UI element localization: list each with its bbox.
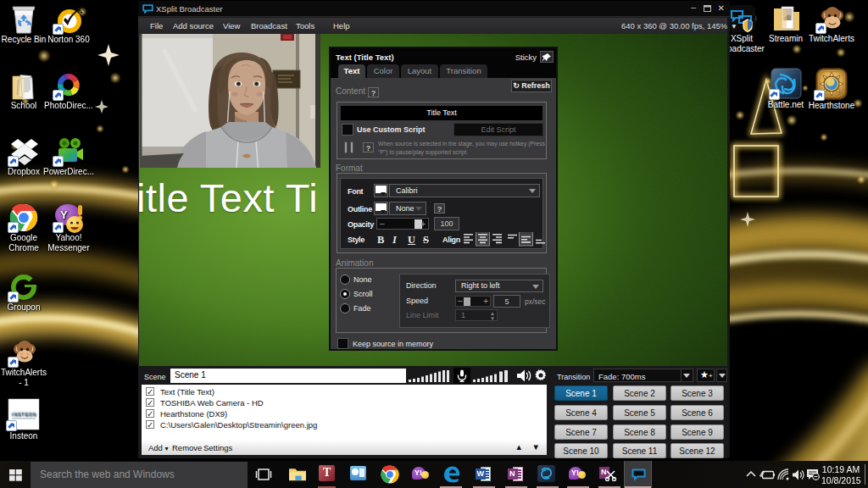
svg-text:INSTEON: INSTEON: [12, 412, 36, 417]
svg-text:Y: Y: [60, 208, 68, 221]
